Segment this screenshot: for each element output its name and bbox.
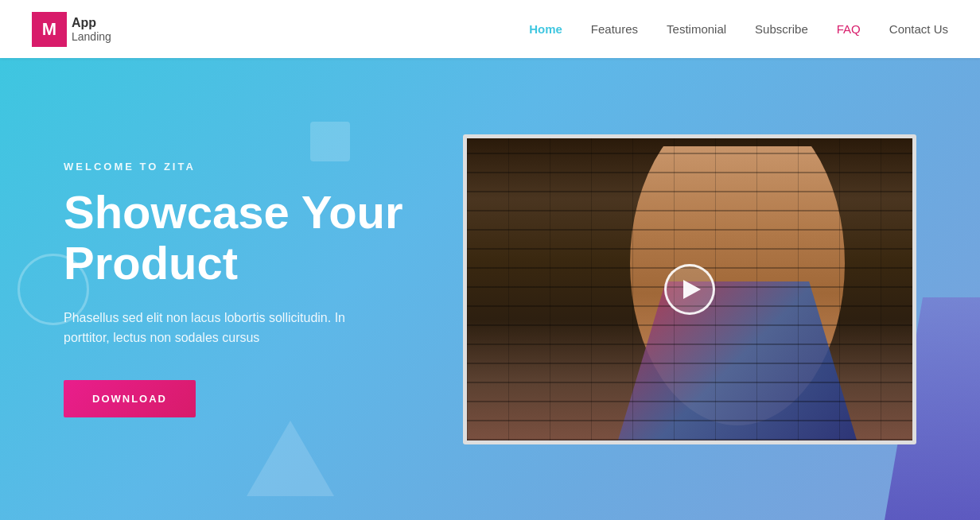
nav-link-contact[interactable]: Contact Us xyxy=(889,22,948,36)
logo-app: App xyxy=(72,15,111,30)
logo-icon: M xyxy=(32,12,67,47)
video-person-face xyxy=(618,146,857,440)
nav-item-testimonial[interactable]: Testimonial xyxy=(667,22,726,37)
hero-title-line2: Product xyxy=(64,237,238,289)
nav-item-home[interactable]: Home xyxy=(529,22,562,37)
nav-link-faq[interactable]: FAQ xyxy=(837,22,861,36)
hero-video xyxy=(463,134,916,444)
logo-text: App Landing xyxy=(72,15,111,44)
nav-item-faq[interactable]: FAQ xyxy=(837,22,861,37)
hero-description: Phasellus sed elit non lacus lobortis so… xyxy=(64,308,366,348)
video-frame[interactable] xyxy=(463,134,916,444)
hero-subtitle: Welcome to Zita xyxy=(64,161,415,173)
nav-link-features[interactable]: Features xyxy=(591,22,638,36)
nav-link-home[interactable]: Home xyxy=(529,22,562,36)
play-icon xyxy=(683,280,701,299)
nav-link-subscribe[interactable]: Subscribe xyxy=(755,22,808,36)
hero-section: Welcome to Zita Showcase Your Product Ph… xyxy=(0,58,980,520)
nav-item-subscribe[interactable]: Subscribe xyxy=(755,22,808,37)
logo-landing: Landing xyxy=(72,30,111,44)
hero-title-line1: Showcase Your xyxy=(64,186,403,238)
nav-links: Home Features Testimonial Subscribe FAQ … xyxy=(529,22,948,37)
nav-item-features[interactable]: Features xyxy=(591,22,638,37)
download-button[interactable]: Download xyxy=(64,380,196,417)
hero-content: Welcome to Zita Showcase Your Product Ph… xyxy=(64,161,415,417)
video-person-shirt xyxy=(618,281,857,440)
navbar: M App Landing Home Features Testimonial … xyxy=(0,0,980,58)
play-button[interactable] xyxy=(664,264,715,315)
deco-triangle xyxy=(247,421,334,496)
nav-link-testimonial[interactable]: Testimonial xyxy=(667,22,726,36)
logo[interactable]: M App Landing xyxy=(32,12,111,47)
hero-title: Showcase Your Product xyxy=(64,187,415,289)
nav-item-contact[interactable]: Contact Us xyxy=(889,22,948,37)
